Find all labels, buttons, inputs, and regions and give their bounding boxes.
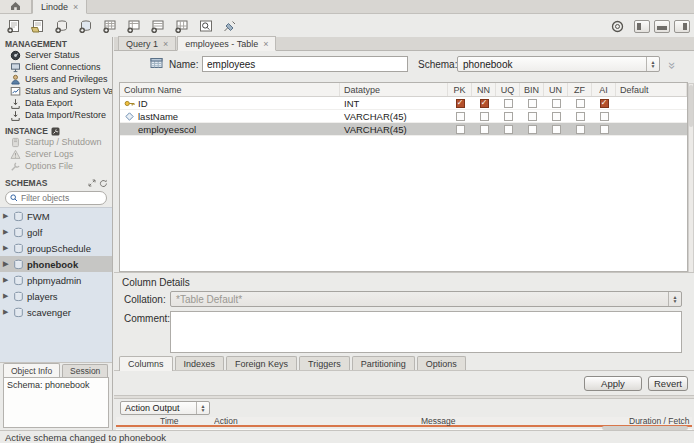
pk-checkbox[interactable] — [456, 99, 465, 108]
bin-checkbox[interactable] — [528, 112, 537, 121]
schema-item-fwm[interactable]: ▶ FWM — [0, 208, 112, 224]
un-checkbox[interactable] — [552, 99, 561, 108]
stepper-icon[interactable]: ▲▼ — [196, 402, 209, 414]
header-bin[interactable]: BIN — [520, 83, 544, 96]
header-column-name[interactable]: Column Name — [120, 83, 340, 96]
un-checkbox[interactable] — [552, 112, 561, 121]
sidebar-item-options-file[interactable]: Options File — [0, 160, 112, 172]
header-nn[interactable]: NN — [472, 83, 496, 96]
un-checkbox[interactable] — [552, 125, 561, 134]
ai-checkbox[interactable] — [600, 99, 609, 108]
header-time[interactable]: Time — [144, 416, 214, 426]
header-zf[interactable]: ZF — [568, 83, 592, 96]
refresh-schemas-icon[interactable] — [99, 179, 108, 188]
uq-checkbox[interactable] — [504, 112, 513, 121]
search-table-data-icon[interactable] — [197, 18, 215, 34]
apply-button[interactable]: Apply — [584, 376, 642, 391]
tab-partitioning[interactable]: Partitioning — [352, 356, 415, 370]
column-row-lastname[interactable]: lastName VARCHAR(45) — [120, 110, 687, 123]
tab-triggers[interactable]: Triggers — [299, 356, 350, 370]
header-message[interactable]: Message — [421, 416, 629, 426]
comment-textarea[interactable] — [170, 311, 682, 353]
expander-icon[interactable]: ▶ — [3, 212, 10, 220]
stepper-icon[interactable]: ▲▼ — [646, 57, 659, 71]
new-procedure-icon[interactable] — [125, 18, 143, 34]
schema-item-groupschedule[interactable]: ▶ groupSchedule — [0, 240, 112, 256]
tab-indexes[interactable]: Indexes — [175, 356, 225, 370]
new-user-icon[interactable] — [173, 18, 191, 34]
collation-select[interactable]: *Table Default* ▲▼ — [170, 291, 682, 307]
new-query-tab-icon[interactable] — [5, 18, 23, 34]
zf-checkbox[interactable] — [576, 112, 585, 121]
sidebar-item-data-import[interactable]: Data Import/Restore — [0, 109, 112, 121]
zf-checkbox[interactable] — [576, 125, 585, 134]
expander-icon[interactable]: ▶ — [3, 228, 10, 236]
header-default[interactable]: Default — [616, 83, 687, 96]
new-table-icon[interactable] — [77, 18, 95, 34]
tab-session[interactable]: Session — [62, 364, 108, 377]
column-row-id[interactable]: ID INT — [120, 97, 687, 110]
zf-checkbox[interactable] — [576, 99, 585, 108]
close-tab-icon[interactable]: × — [263, 39, 268, 49]
pk-checkbox[interactable] — [456, 112, 465, 121]
sidebar-item-server-status[interactable]: Server Status — [0, 49, 112, 61]
expander-icon[interactable]: ▶ — [3, 308, 10, 316]
schema-item-players[interactable]: ▶ players — [0, 288, 112, 304]
sidebar-item-data-export[interactable]: Data Export — [0, 97, 112, 109]
uq-checkbox[interactable] — [504, 99, 513, 108]
schema-item-phonebook[interactable]: ▶ phonebook — [0, 256, 112, 272]
header-pk[interactable]: PK — [448, 83, 472, 96]
new-view-icon[interactable] — [101, 18, 119, 34]
tab-query-1[interactable]: Query 1 × — [118, 36, 176, 50]
tab-object-info[interactable]: Object Info — [3, 363, 60, 377]
sidebar-item-startup-shutdown[interactable]: Startup / Shutdown — [0, 136, 112, 148]
close-tab-icon[interactable]: × — [163, 39, 168, 49]
pk-checkbox[interactable] — [456, 125, 465, 134]
expand-panel-icon[interactable] — [88, 179, 96, 188]
output-selector[interactable]: Action Output ▲▼ — [120, 401, 210, 415]
sidebar-item-client-connections[interactable]: Client Connections — [0, 61, 112, 73]
tab-employees-table[interactable]: employees - Table × — [177, 36, 276, 51]
header-ai[interactable]: AI — [592, 83, 616, 96]
toggle-right-panel-button[interactable] — [674, 20, 690, 33]
connection-tab-linode[interactable]: Linode × — [32, 0, 87, 14]
open-sql-script-icon[interactable] — [29, 18, 47, 34]
header-duration[interactable]: Duration / Fetch — [629, 416, 692, 426]
schema-select[interactable]: phonebook ▲▼ — [457, 56, 660, 72]
collapse-header-icon[interactable]: » — [665, 62, 680, 67]
schema-item-scavenger[interactable]: ▶ scavenger — [0, 304, 112, 320]
tab-foreign-keys[interactable]: Foreign Keys — [226, 356, 297, 370]
revert-button[interactable]: Revert — [648, 376, 688, 391]
nn-checkbox[interactable] — [480, 112, 489, 121]
grid-vertical-scrollbar[interactable] — [688, 83, 694, 273]
header-action[interactable]: Action — [214, 416, 421, 426]
column-row-employeescol[interactable]: employeescol VARCHAR(45) — [120, 123, 687, 136]
header-un[interactable]: UN — [544, 83, 568, 96]
ai-checkbox[interactable] — [600, 112, 609, 121]
stepper-icon[interactable]: ▲▼ — [668, 292, 681, 306]
schema-filter-input[interactable] — [21, 193, 101, 203]
schema-item-phpmyadmin[interactable]: ▶ phpmyadmin — [0, 272, 112, 288]
table-name-input[interactable] — [202, 56, 408, 72]
expander-icon[interactable]: ▶ — [3, 292, 10, 300]
ai-checkbox[interactable] — [600, 125, 609, 134]
new-schema-icon[interactable] — [53, 18, 71, 34]
tab-options[interactable]: Options — [417, 356, 466, 370]
home-tab[interactable] — [0, 0, 32, 13]
expander-icon[interactable]: ▶ — [3, 260, 10, 268]
tab-columns[interactable]: Columns — [119, 356, 173, 371]
expander-icon[interactable]: ▶ — [3, 244, 10, 252]
sidebar-item-status-system-variables[interactable]: Status and System Variables — [0, 85, 112, 97]
reconnect-dbms-icon[interactable] — [221, 18, 239, 34]
nn-checkbox[interactable] — [480, 99, 489, 108]
close-tab-icon[interactable]: × — [73, 2, 78, 12]
header-uq[interactable]: UQ — [496, 83, 520, 96]
new-function-icon[interactable] — [149, 18, 167, 34]
toggle-left-panel-button[interactable] — [634, 20, 650, 33]
sidebar-item-server-logs[interactable]: Server Logs — [0, 148, 112, 160]
nn-checkbox[interactable] — [480, 125, 489, 134]
schema-item-golf[interactable]: ▶ golf — [0, 224, 112, 240]
uq-checkbox[interactable] — [504, 125, 513, 134]
bin-checkbox[interactable] — [528, 99, 537, 108]
toggle-bottom-panel-button[interactable] — [654, 20, 670, 33]
